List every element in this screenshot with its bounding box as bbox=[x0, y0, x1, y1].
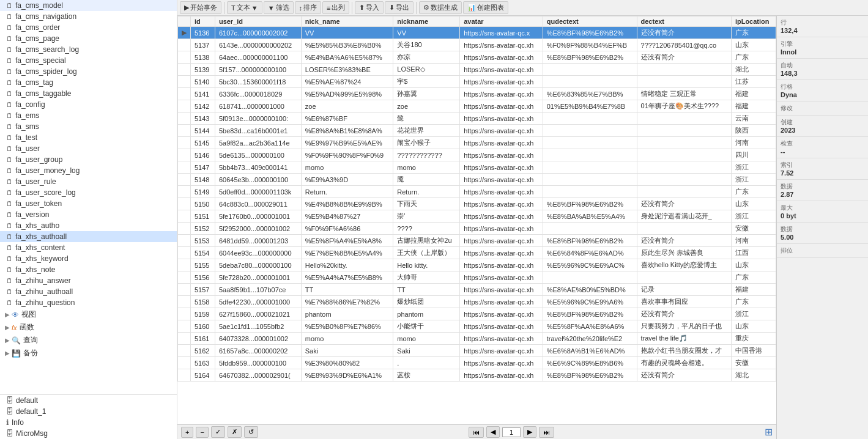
cell-nick_name[interactable]: momo bbox=[301, 333, 393, 345]
cell-ipLocation[interactable]: 江苏 bbox=[731, 76, 776, 88]
sidebar-item-fa_cms_order[interactable]: 🗒 fa_cms_order bbox=[0, 22, 177, 33]
export-btn[interactable]: ⬇ 导出 bbox=[385, 1, 414, 14]
cell-nick_name[interactable]: %E5%AD%99%E5%98% bbox=[301, 88, 393, 100]
cell-avatar[interactable]: https://sns-avatar-qc.xh bbox=[460, 174, 543, 186]
sidebar-group-backup[interactable]: ▶ 💾 备份 bbox=[0, 347, 177, 360]
cell-ipLocation[interactable]: 重庆 bbox=[731, 333, 776, 345]
cell-id[interactable]: 5138 bbox=[191, 51, 215, 64]
table-row[interactable]: 51546044ee93c...000000000%E7%8E%8B%E5%A4… bbox=[178, 247, 776, 259]
cell-nickname[interactable]: 古娜拉黑暗女神2u bbox=[393, 235, 460, 247]
cell-ipLocation[interactable]: 浙江 bbox=[731, 161, 776, 174]
cell-dectext[interactable]: travel the life🎵 bbox=[637, 333, 731, 345]
col-header-user_id[interactable]: user_id bbox=[215, 17, 301, 27]
cell-ipLocation[interactable]: 广东 bbox=[731, 51, 776, 64]
cell-nickname[interactable]: momo bbox=[393, 333, 460, 345]
cell-dectext[interactable]: 还没有简介 bbox=[637, 27, 731, 39]
cell-nickname[interactable]: 魇 bbox=[393, 174, 460, 186]
cell-avatar[interactable]: https://sns-avatar-qc.xh bbox=[460, 113, 543, 125]
cell-dectext[interactable] bbox=[637, 161, 731, 174]
cell-qudectext[interactable]: %E5%96%9C%E6%AC% bbox=[543, 259, 637, 271]
cell-dectext[interactable] bbox=[637, 64, 731, 76]
cell-dectext[interactable]: 有趣的灵魂终会相逢。 bbox=[637, 357, 731, 369]
cell-id[interactable]: 5161 bbox=[191, 333, 215, 345]
cell-ipLocation[interactable]: 广东 bbox=[731, 271, 776, 284]
cell-nick_name[interactable]: VV bbox=[301, 27, 393, 39]
sidebar-item-fa_xhs_content[interactable]: 🗒 fa_xhs_content bbox=[0, 242, 177, 253]
cell-avatar[interactable]: https://sns-avatar-qc.xh bbox=[460, 345, 543, 357]
sidebar-item-default[interactable]: 🗄 default bbox=[0, 394, 177, 406]
cell-nick_name[interactable]: %E7%88%86%E7%82% bbox=[301, 296, 393, 308]
table-row[interactable]: 516464670382...000002901(%E8%93%9D%E6%A1… bbox=[178, 369, 776, 382]
cell-avatar[interactable]: https://sns-avatar-qc.xh bbox=[460, 308, 543, 320]
delete-row-btn[interactable]: − bbox=[196, 427, 208, 438]
cell-dectext[interactable]: 还没有简介 bbox=[637, 51, 731, 64]
cell-dectext[interactable]: 还没有简介 bbox=[637, 369, 731, 382]
cell-nick_name[interactable]: Return. bbox=[301, 186, 393, 198]
cell-ipLocation[interactable]: 中国香港 bbox=[731, 345, 776, 357]
cell-user_id[interactable]: 5f157...000000000100 bbox=[215, 64, 301, 76]
sidebar-item-fa_cms_spider_log[interactable]: 🗒 fa_cms_spider_log bbox=[0, 66, 177, 77]
cell-dectext[interactable] bbox=[637, 174, 731, 186]
cell-nick_name[interactable]: %E4%BA%A6%E5%87% bbox=[301, 51, 393, 64]
cell-nickname[interactable]: . bbox=[393, 357, 460, 369]
cell-qudectext[interactable] bbox=[543, 186, 637, 198]
cell-ipLocation[interactable]: 四川 bbox=[731, 149, 776, 161]
cell-dectext[interactable] bbox=[637, 137, 731, 149]
cell-ipLocation[interactable]: 山东 bbox=[731, 39, 776, 51]
cell-user_id[interactable]: 5fe728b20...000001001 bbox=[215, 271, 301, 284]
sidebar-item-fa_sms[interactable]: 🗒 fa_sms bbox=[0, 121, 177, 132]
cell-user_id[interactable]: 6336fc...0000018029 bbox=[215, 88, 301, 100]
sidebar-item-info[interactable]: ℹ Info bbox=[0, 417, 177, 428]
cell-id[interactable]: 5136 bbox=[191, 27, 215, 39]
table-row[interactable]: 51536481dd59...000001203%E5%8F%A4%E5%A8%… bbox=[178, 235, 776, 247]
cell-qudectext[interactable] bbox=[543, 113, 637, 125]
cell-nick_name[interactable]: %E5%AE%87%24 bbox=[301, 76, 393, 88]
cell-user_id[interactable]: 61657a8c...000000202 bbox=[215, 345, 301, 357]
cell-ipLocation[interactable]: 广东 bbox=[731, 27, 776, 39]
cell-id[interactable]: 5152 bbox=[191, 223, 215, 235]
cell-dectext[interactable] bbox=[637, 186, 731, 198]
cell-dectext[interactable]: 身处泥泞遥看满山花开_ bbox=[637, 210, 731, 223]
table-row[interactable]: 51555deba7c80...000000100Hello%20kitty.H… bbox=[178, 259, 776, 271]
cell-ipLocation[interactable]: 云南 bbox=[731, 113, 776, 125]
table-row[interactable]: 5142618741...0000001000zoezoehttps://sns… bbox=[178, 100, 776, 113]
cell-nick_name[interactable]: %E9%A3%9D bbox=[301, 174, 393, 186]
cell-user_id[interactable]: 5fe1760b0...000001001 bbox=[215, 210, 301, 223]
cell-avatar[interactable]: https://sns-avatar-qc.xh bbox=[460, 357, 543, 369]
cell-dectext[interactable] bbox=[637, 271, 731, 284]
col-header-nickname[interactable]: nickname bbox=[393, 17, 460, 27]
cell-avatar[interactable]: https://sns-avatar-qc.xh bbox=[460, 76, 543, 88]
cell-avatar[interactable]: https://sns-avatar-qc.xh bbox=[460, 235, 543, 247]
cell-nick_name[interactable]: zoe bbox=[301, 100, 393, 113]
cell-ipLocation[interactable]: 福建 bbox=[731, 100, 776, 113]
cell-id[interactable]: 5151 bbox=[191, 210, 215, 223]
cell-user_id[interactable]: 6044ee93c...000000000 bbox=[215, 247, 301, 259]
cell-id[interactable]: 5159 bbox=[191, 308, 215, 320]
cell-qudectext[interactable] bbox=[543, 271, 637, 284]
cell-dectext[interactable]: 只要我努力，平凡的日子也 bbox=[637, 320, 731, 333]
col-header-ipLocation[interactable]: ipLocation bbox=[731, 17, 776, 27]
table-row[interactable]: 51435f0913e...0000000100:%E6%87%BF懿https… bbox=[178, 113, 776, 125]
cell-nick_name[interactable]: momo bbox=[301, 161, 393, 174]
cell-ipLocation[interactable]: 陕西 bbox=[731, 125, 776, 137]
sidebar-item-fa_cms_tag[interactable]: 🗒 fa_cms_tag bbox=[0, 77, 177, 88]
cell-id[interactable]: 5156 bbox=[191, 271, 215, 284]
cell-qudectext[interactable]: %E6%8A%B1%E6%AD% bbox=[543, 345, 637, 357]
cell-dectext[interactable]: 情绪稳定 三观正常 bbox=[637, 88, 731, 100]
cell-qudectext[interactable]: %E8%AE%B0%E5%BD% bbox=[543, 284, 637, 296]
cell-nickname[interactable]: ???????????? bbox=[393, 149, 460, 161]
cell-nick_name[interactable]: LOSER%E3%83%BE bbox=[301, 64, 393, 76]
cell-id[interactable]: 5164 bbox=[191, 369, 215, 382]
sidebar-item-fa_cms_page[interactable]: 🗒 fa_cms_page bbox=[0, 33, 177, 44]
cell-qudectext[interactable] bbox=[543, 174, 637, 186]
sidebar-item-fa_user_token[interactable]: 🗒 fa_user_token bbox=[0, 198, 177, 209]
cell-nick_name[interactable]: TT bbox=[301, 284, 393, 296]
cell-nick_name[interactable]: %F0%9F%A6%86 bbox=[301, 223, 393, 235]
cell-id[interactable]: 5146 bbox=[191, 149, 215, 161]
cell-qudectext[interactable]: %E8%BF%98%E6%B2% bbox=[543, 51, 637, 64]
cell-ipLocation[interactable]: 福建 bbox=[731, 88, 776, 100]
cell-user_id[interactable]: 5bb4b73...409c000141 bbox=[215, 161, 301, 174]
table-row[interactable]: 51525f2952000...000001002%F0%9F%A6%86???… bbox=[178, 223, 776, 235]
cell-nick_name[interactable]: %E8%93%9D%E6%A1% bbox=[301, 369, 393, 382]
sidebar-item-fa_xhs_note[interactable]: 🗒 fa_xhs_note bbox=[0, 264, 177, 275]
